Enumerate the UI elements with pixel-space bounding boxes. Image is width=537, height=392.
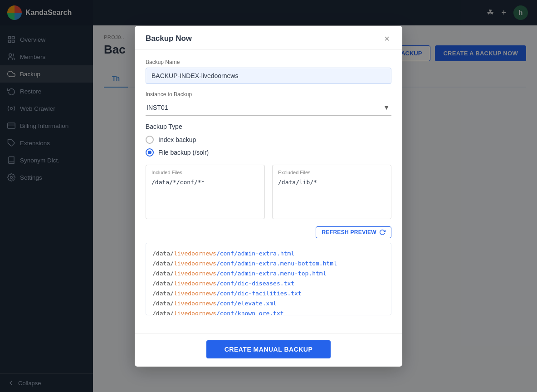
modal-overlay: Backup Now × Backup Name Instance to Bac… xyxy=(93,0,537,392)
instance-group: Instance to Backup INST01 INST02 ▼ xyxy=(146,91,391,116)
radio-label-index: Index backup xyxy=(158,136,196,143)
refresh-preview-button[interactable]: REFRESH PREVIEW xyxy=(316,226,391,238)
radio-label-file: File backup (/solr) xyxy=(158,149,209,156)
main-area: ☘ + h PROJ0... Bac SCHEDULED BACKUP CREA… xyxy=(93,0,537,392)
backup-name-group: Backup Name xyxy=(146,59,391,84)
modal-body: Backup Name Instance to Backup INST01 IN… xyxy=(135,50,402,333)
excluded-files-value: /data/lib/* xyxy=(278,179,386,186)
radio-group: Index backup File backup (/solr) xyxy=(146,136,391,157)
preview-line-6: /data/livedoornews/conf/elevate.xml xyxy=(152,299,385,309)
backup-modal: Backup Now × Backup Name Instance to Bac… xyxy=(135,26,402,367)
refresh-icon xyxy=(379,229,386,235)
preview-line-2: /data/livedoornews/conf/admin-extra.menu… xyxy=(152,259,385,269)
refresh-preview-label: REFRESH PREVIEW xyxy=(322,229,376,235)
refresh-row: REFRESH PREVIEW xyxy=(146,226,391,238)
radio-circle-index xyxy=(146,136,154,144)
included-files-value: /data/*/conf/** xyxy=(151,179,259,186)
preview-line-3: /data/livedoornews/conf/admin-extra.menu… xyxy=(152,269,385,279)
backup-name-input[interactable] xyxy=(146,68,391,84)
radio-circle-file xyxy=(146,148,154,157)
preview-line-7: /data/livedoornews/conf/known_ore.txt xyxy=(152,309,385,315)
excluded-files-box: Excluded Files /data/lib/* xyxy=(272,165,391,219)
preview-box: /data/livedoornews/conf/admin-extra.html… xyxy=(146,243,391,315)
instance-select[interactable]: INST01 INST02 xyxy=(146,100,391,116)
instance-label: Instance to Backup xyxy=(146,91,391,98)
preview-line-5: /data/livedoornews/conf/dic-facilities.t… xyxy=(152,289,385,299)
preview-line-4: /data/livedoornews/conf/dic-diseases.txt xyxy=(152,279,385,289)
instance-select-wrapper: INST01 INST02 ▼ xyxy=(146,100,391,116)
files-row: Included Files /data/*/conf/** Excluded … xyxy=(146,165,391,219)
included-files-box: Included Files /data/*/conf/** xyxy=(146,165,265,219)
excluded-files-label: Excluded Files xyxy=(278,170,386,175)
included-files-label: Included Files xyxy=(151,170,259,175)
modal-title: Backup Now xyxy=(146,34,192,43)
preview-line-1: /data/livedoornews/conf/admin-extra.html xyxy=(152,249,385,259)
backup-name-label: Backup Name xyxy=(146,59,391,65)
modal-footer: CREATE MANUAL BACKUP xyxy=(135,333,402,367)
modal-header: Backup Now × xyxy=(135,26,402,50)
radio-file-backup[interactable]: File backup (/solr) xyxy=(146,148,391,157)
backup-type-label: Backup Type xyxy=(146,123,391,130)
backup-type-group: Backup Type Index backup File backup (/s… xyxy=(146,123,391,157)
radio-index-backup[interactable]: Index backup xyxy=(146,136,391,144)
create-manual-backup-button[interactable]: CREATE MANUAL BACKUP xyxy=(206,340,331,358)
modal-close-button[interactable]: × xyxy=(382,34,391,43)
radio-dot-file xyxy=(148,151,151,154)
